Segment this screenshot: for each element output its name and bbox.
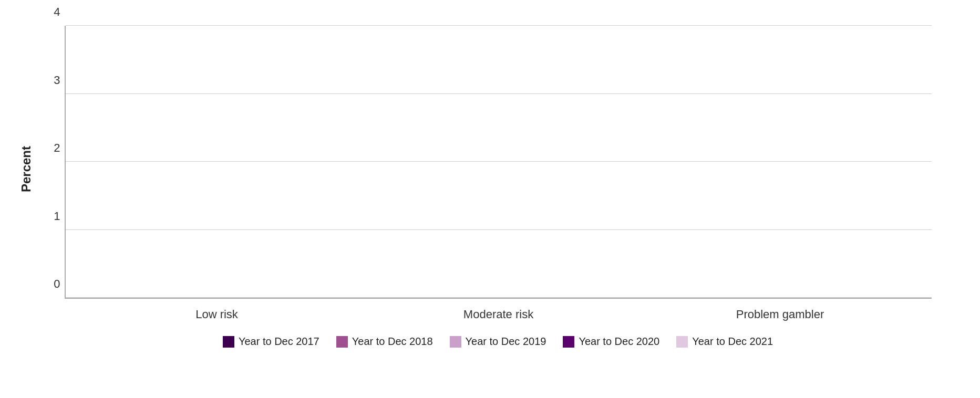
y-axis-label: 0 [39, 277, 60, 291]
legend-label: Year to Dec 2018 [352, 336, 433, 348]
chart-container: 01234 Low riskModerate riskProblem gambl… [17, 10, 963, 388]
legend-swatch [450, 336, 461, 348]
legend-swatch [563, 336, 574, 348]
chart-area: 01234 Low riskModerate riskProblem gambl… [65, 26, 932, 299]
group-label: Low risk [195, 308, 238, 321]
bars-wrapper: Low riskModerate riskProblem gambler [66, 26, 932, 298]
legend-label: Year to Dec 2020 [579, 336, 659, 348]
y-axis-label: 2 [39, 141, 60, 155]
group-label: Moderate risk [463, 308, 533, 321]
y-axis-label: 4 [39, 5, 60, 19]
legend-label: Year to Dec 2021 [692, 336, 773, 348]
y-axis-label: 1 [39, 210, 60, 223]
legend-item: Year to Dec 2021 [676, 336, 773, 348]
legend-item: Year to Dec 2020 [563, 336, 659, 348]
y-axis-title: Percent [19, 146, 34, 192]
legend-item: Year to Dec 2017 [223, 336, 319, 348]
legend-swatch [223, 336, 234, 348]
legend-swatch [336, 336, 348, 348]
legend-item: Year to Dec 2018 [336, 336, 433, 348]
legend: Year to Dec 2017Year to Dec 2018Year to … [65, 336, 932, 348]
group-label: Problem gambler [736, 308, 824, 321]
legend-item: Year to Dec 2019 [450, 336, 546, 348]
legend-swatch [676, 336, 688, 348]
legend-label: Year to Dec 2019 [466, 336, 546, 348]
y-axis-label: 3 [39, 74, 60, 87]
legend-label: Year to Dec 2017 [239, 336, 319, 348]
